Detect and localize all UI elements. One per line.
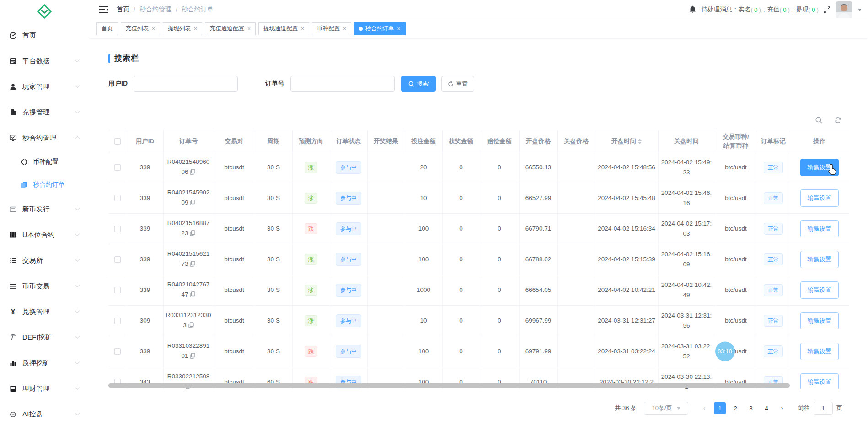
deposit-withdraw-icon [9, 108, 17, 116]
copy-icon[interactable] [190, 352, 195, 362]
win-lose-settings-button[interactable]: 输赢设置 [800, 281, 839, 299]
sidebar-item-ai-control[interactable]: AI控盘 [0, 401, 89, 426]
win-lose-settings-button[interactable]: 输赢设置 [800, 343, 839, 360]
breadcrumb-parent[interactable]: 秒合约管理 [139, 5, 171, 14]
chevron-down-icon[interactable] [858, 9, 862, 11]
cell-period: 30 S [255, 306, 292, 336]
sidebar-item-player-management[interactable]: 玩家管理 [0, 74, 89, 99]
cell-win-amount: 0 [442, 214, 480, 244]
cell-user-id: 339 [127, 214, 163, 244]
direction-badge: 跌 [305, 223, 317, 234]
sidebar-item-label: 平台数据 [22, 57, 75, 65]
sidebar-item-deposit-withdraw[interactable]: 充提管理 [0, 99, 89, 125]
close-icon[interactable]: × [343, 26, 346, 32]
win-lose-settings-button[interactable]: 输赢设置 [800, 312, 839, 329]
sidebar-item-second-contract[interactable]: 秒合约管理 [0, 125, 89, 151]
tab-second-contract-orders[interactable]: 秒合约订单× [354, 22, 406, 35]
tab-deposit-list[interactable]: 充值列表× [121, 22, 160, 35]
tab-home[interactable]: 首页 [96, 22, 118, 35]
menu-fold-icon[interactable] [99, 5, 108, 14]
sidebar-item-u-contract[interactable]: U本位合约 [0, 222, 89, 248]
goto-label: 前往 [798, 404, 810, 412]
tab-deposit-channel-config[interactable]: 充值通道配置× [205, 22, 256, 35]
deposit-count: 0 [782, 6, 788, 13]
checkbox-cell [108, 336, 127, 367]
breadcrumb-home[interactable]: 首页 [117, 5, 129, 14]
row-checkbox[interactable] [114, 256, 121, 263]
row-checkbox[interactable] [114, 195, 121, 201]
select-all-checkbox[interactable] [114, 138, 121, 145]
page-button-3[interactable]: 3 [745, 402, 757, 414]
cell-open-time: 2024-03-31 03:22:24 [595, 336, 658, 367]
order-no-label: 订单号 [265, 80, 284, 88]
page-size-select[interactable]: 10条/页 [644, 402, 688, 415]
cell-win-amount: 0 [442, 336, 480, 367]
win-lose-settings-button[interactable]: 输赢设置 [800, 159, 839, 176]
reset-button[interactable]: 重置 [441, 76, 474, 92]
cell-result [367, 336, 405, 367]
sort-icon[interactable] [638, 139, 642, 144]
order-no-input[interactable] [290, 76, 395, 92]
bell-icon[interactable] [689, 5, 697, 14]
row-checkbox[interactable] [114, 318, 121, 324]
avatar[interactable] [836, 1, 852, 18]
win-lose-settings-button[interactable]: 输赢设置 [800, 189, 839, 207]
sidebar-item-home[interactable]: 首页 [0, 22, 89, 48]
close-icon[interactable]: × [194, 26, 197, 32]
checkbox-cell [108, 306, 127, 336]
search-button[interactable]: 搜索 [401, 76, 436, 92]
copy-icon[interactable] [190, 168, 195, 178]
cell-period: 30 S [255, 152, 292, 183]
sidebar-item-defi-mining[interactable]: DEFI挖矿 [0, 324, 89, 350]
cell-close-time: 2024-04-02 15:46:16 [658, 183, 715, 214]
chevron-down-icon [75, 308, 80, 313]
win-lose-settings-button[interactable]: 输赢设置 [800, 220, 839, 237]
sidebar-item-new-coin[interactable]: 新币发行 [0, 196, 89, 222]
col-mark: 订单标记 [757, 130, 790, 152]
sidebar-item-swap-management[interactable]: ¥ 兑换管理 [0, 299, 89, 324]
row-checkbox[interactable] [114, 287, 121, 293]
sidebar-item-wealth-management[interactable]: 理财管理 [0, 376, 89, 401]
close-icon[interactable]: × [152, 26, 155, 32]
goto-page-input[interactable] [814, 402, 833, 415]
close-icon[interactable]: × [247, 26, 251, 32]
sidebar-item-second-contract-orders[interactable]: 秒合约订单 [0, 173, 89, 196]
sidebar-item-platform-data[interactable]: 平台数据 [0, 48, 89, 74]
close-icon[interactable]: × [397, 26, 401, 32]
prev-page-button[interactable]: ‹ [698, 402, 710, 414]
copy-icon[interactable] [190, 291, 195, 301]
refresh-icon[interactable] [833, 115, 842, 124]
page-button-4[interactable]: 4 [761, 402, 772, 414]
cell-open-price: 66788.02 [519, 244, 557, 275]
cell-coin: btc/usdt [715, 152, 757, 183]
tab-coin-config[interactable]: 币种配置× [312, 22, 351, 35]
sidebar-item-staking-mining[interactable]: 质押挖矿 [0, 350, 89, 376]
sidebar-item-exchange[interactable]: 交易所 [0, 248, 89, 273]
tab-withdraw-channel-config[interactable]: 提现通道配置× [258, 22, 309, 35]
sidebar-item-spot-trading[interactable]: 币币交易 [0, 273, 89, 299]
direction-badge: 涨 [305, 254, 317, 265]
row-checkbox[interactable] [114, 348, 121, 355]
cell-close-time: 2024-03-31 03:22:52 [658, 336, 715, 367]
row-checkbox[interactable] [114, 164, 121, 171]
page-button-1[interactable]: 1 [714, 402, 726, 414]
close-icon[interactable]: × [301, 26, 304, 32]
user-id-input[interactable] [134, 76, 238, 92]
page-button-2[interactable]: 2 [729, 402, 741, 414]
cell-user-id: 309 [127, 306, 163, 336]
search-icon[interactable] [814, 115, 823, 124]
copy-icon[interactable] [190, 229, 195, 239]
copy-icon[interactable] [190, 260, 195, 270]
sidebar-item-coin-config[interactable]: 币种配置 [0, 151, 89, 173]
fullscreen-icon[interactable] [823, 6, 831, 14]
next-page-button[interactable]: › [776, 402, 788, 414]
row-checkbox[interactable] [114, 226, 121, 232]
tab-withdraw-list[interactable]: 提现列表× [163, 22, 202, 35]
mark-badge: 正常 [764, 192, 783, 204]
copy-icon[interactable] [190, 199, 195, 209]
win-lose-settings-button[interactable]: 输赢设置 [800, 251, 839, 268]
horizontal-scrollbar-thumb[interactable] [108, 383, 790, 388]
cell-close-price [557, 306, 595, 336]
copy-icon[interactable] [188, 321, 194, 331]
cell-win-amount: 0 [442, 244, 480, 275]
